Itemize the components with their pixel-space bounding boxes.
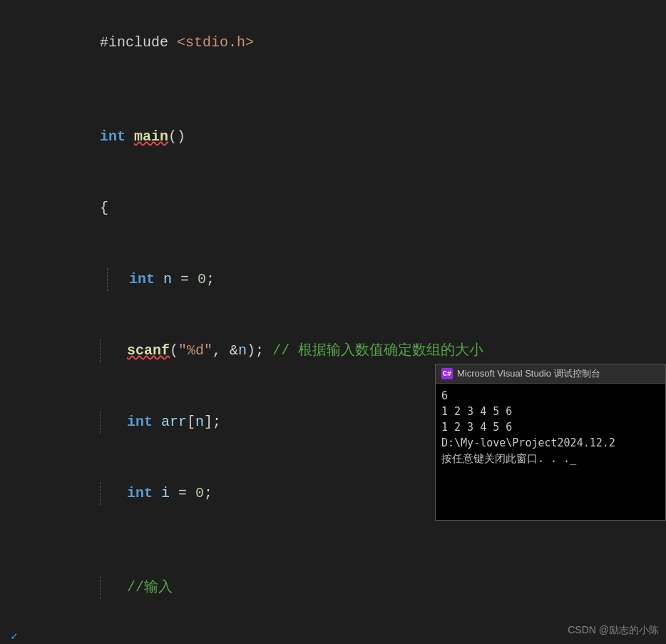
terminal-body: 6 1 2 3 4 5 6 1 2 3 4 5 6 D:\My-love\Pro… [436,384,665,471]
line-content-4: { [43,174,108,242]
watermark: CSDN @励志的小陈 [568,624,659,637]
code-editor: #include <stdio.h> int main() { int n = … [0,0,666,644]
code-line-10: //输入 [0,552,666,623]
gutter-11: ✓ [0,625,29,644]
line-content-3: int main() [43,103,185,171]
line-content-5: int n = 0; [43,245,215,314]
terminal-line-2: 1 2 3 4 5 6 [441,404,660,419]
code-line-11: ✓ for (i = 0; i < n; i++) [0,623,666,644]
line-content-1: #include <stdio.h> [43,9,254,77]
line-content-6: scanf("%d", &n); // 根据输入数值确定数组的大小 [43,317,483,385]
code-line-1: #include <stdio.h> [0,7,666,78]
line-content-7: int arr[n]; [43,388,221,456]
terminal-line-4: D:\My-love\Project2024.12.2 [441,435,660,451]
terminal-line-5: 按任意键关闭此窗口. . ._ [441,451,660,466]
code-line-2 [0,78,666,101]
terminal-line-3: 1 2 3 4 5 6 [441,419,660,435]
terminal-window[interactable]: C# Microsoft Visual Studio 调试控制台 6 1 2 3… [435,364,666,521]
terminal-line-1: 6 [441,388,660,404]
code-line-4: { [0,173,666,244]
terminal-title: Microsoft Visual Studio 调试控制台 [457,367,600,380]
code-line-3: int main() [0,101,666,173]
code-line-5: int n = 0; [0,244,666,315]
terminal-titlebar: C# Microsoft Visual Studio 调试控制台 [436,364,665,384]
line-content-8: int i = 0; [43,459,212,528]
line-content-10: //输入 [43,553,173,622]
code-line-9 [0,529,666,552]
terminal-app-icon: C# [441,368,453,379]
line-content-11: for (i = 0; i < n; i++) [43,625,324,644]
terminal-icon-label: C# [443,370,451,378]
checkmark-11: ✓ [11,625,18,644]
